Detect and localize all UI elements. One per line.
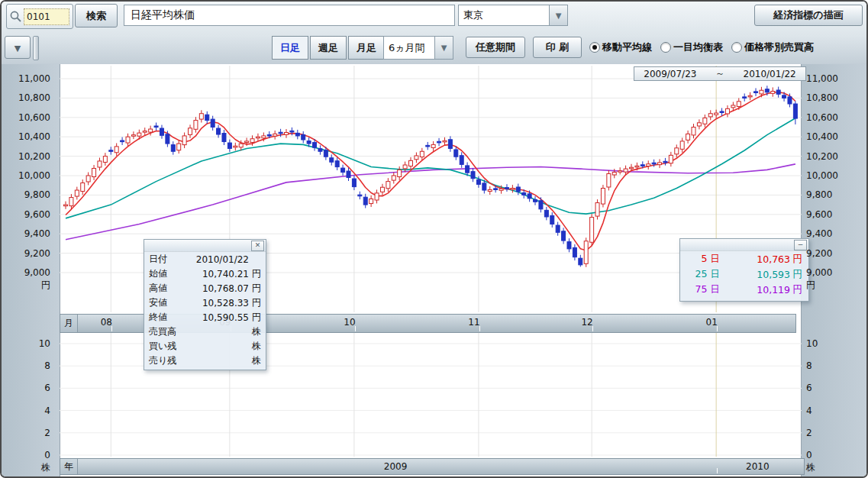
period-select-value: 6ヵ月間 (384, 41, 434, 55)
market-select-value: 東京 (459, 8, 549, 22)
radio-icon (660, 42, 671, 53)
chevron-down-icon[interactable]: ▼ (434, 37, 453, 59)
minimize-icon[interactable]: − (794, 240, 807, 250)
price-axis-unit: 円 (2, 279, 50, 290)
volume-tick-label: 10 (2, 338, 50, 349)
custom-period-button[interactable]: 任意期間 (466, 37, 525, 58)
tab-1[interactable]: 週足 (310, 36, 347, 60)
month-tick-mark (355, 326, 356, 331)
radio-label: 価格帯別売買高 (744, 40, 814, 54)
tooltip-row: 高値10,768.07円 (144, 281, 266, 296)
price-tick-label: 11,000 (806, 73, 852, 84)
price-tick-label: 11,000 (2, 73, 50, 84)
ma-legend-panel: − 5 日10,763円25 日10,593円75 日10,119円 (679, 238, 809, 302)
radio-label: 移動平均線 (602, 40, 652, 54)
price-tick-label: 10,200 (2, 151, 50, 162)
stock-chart-window: 検索 東京 ▼ 経済指標の描画 ▼ 日足週足月足 6ヵ月間 ▼ 任意期間 印 刷… (0, 0, 868, 478)
radio-0[interactable]: 移動平均線 (589, 40, 652, 54)
code-search-group (6, 4, 73, 29)
radio-icon (589, 42, 600, 53)
date-range-box: 2009/07/23 ～ 2010/01/22 (634, 66, 806, 81)
toolbar-grip (33, 36, 39, 60)
date-range-end: 2010/01/22 (744, 69, 796, 79)
month-tick-mark (111, 326, 112, 331)
volume-tick-label: 0 (2, 450, 50, 460)
search-icon (9, 10, 22, 23)
month-tick-mark (717, 326, 718, 331)
ohlc-tooltip-panel: ✕ 日付2010/01/22始値10,740.21円高値10,768.07円安値… (144, 239, 266, 370)
tab-0[interactable]: 日足 (272, 36, 308, 60)
month-axis-header: 月 (60, 315, 78, 332)
price-axis-unit: 円 (806, 279, 852, 290)
price-tick-label: 9,400 (806, 228, 852, 239)
tooltip-row: 買い残株 (144, 339, 266, 354)
volume-axis-unit: 株 (2, 462, 50, 473)
year-tick-label: 2010 (746, 461, 767, 472)
radio-1[interactable]: 一目均衡表 (660, 40, 723, 54)
price-tick-label: 9,000 (2, 267, 50, 278)
price-tick-label: 9,200 (806, 248, 852, 259)
toolbar: 検索 東京 ▼ 経済指標の描画 ▼ 日足週足月足 6ヵ月間 ▼ 任意期間 印 刷… (2, 2, 866, 65)
year-tick-label: 2009 (384, 461, 405, 472)
volume-tick-label: 8 (2, 360, 50, 371)
tooltip-row: 日付2010/01/22 (144, 252, 266, 266)
month-tick-label: 10 (339, 317, 360, 328)
tooltip-row: 売買高株 (144, 325, 266, 339)
price-tick-label: 10,600 (2, 112, 50, 123)
year-axis-bar: 年 20092010 (60, 458, 805, 475)
close-icon[interactable]: ✕ (251, 241, 264, 251)
price-tick-label: 10,400 (806, 131, 852, 142)
indicator-radio-group: 移動平均線一目均衡表価格帯別売買高 (589, 36, 814, 58)
price-tick-label: 10,800 (806, 92, 852, 103)
price-tick-label: 9,800 (2, 189, 50, 200)
print-button[interactable]: 印 刷 (533, 37, 582, 58)
month-tick-mark (592, 326, 593, 331)
month-tick-label: 11 (463, 317, 485, 328)
period-select[interactable]: 6ヵ月間 ▼ (383, 36, 453, 60)
legend-row: 75 日10,119円 (680, 282, 808, 297)
tooltip-row: 終値10,590.55円 (144, 310, 266, 325)
month-tick-label: 12 (576, 317, 598, 328)
code-input[interactable] (24, 8, 69, 25)
year-axis-header: 年 (60, 459, 78, 474)
draw-economic-indicator-button[interactable]: 経済指標の描画 (754, 5, 863, 26)
volume-axis-unit: 株 (806, 462, 852, 473)
tab-2[interactable]: 月足 (348, 36, 385, 60)
legend-row: 25 日10,593円 (680, 266, 808, 282)
volume-tick-label: 4 (806, 405, 852, 416)
tooltip-rows: 日付2010/01/22始値10,740.21円高値10,768.07円安値10… (144, 252, 266, 368)
price-tick-label: 10,000 (806, 170, 852, 181)
radio-2[interactable]: 価格帯別売買高 (731, 40, 814, 54)
price-tick-label: 9,400 (2, 228, 50, 239)
radio-icon (731, 42, 742, 53)
volume-tick-label: 2 (806, 428, 852, 438)
volume-tick-label: 4 (2, 405, 50, 416)
instrument-name-input[interactable] (124, 5, 455, 26)
legend-rows: 5 日10,763円25 日10,593円75 日10,119円 (680, 251, 808, 297)
month-tick-mark (479, 326, 480, 331)
search-button[interactable]: 検索 (75, 4, 118, 27)
price-tick-label: 10,400 (2, 131, 50, 142)
volume-tick-label: 10 (806, 338, 852, 349)
volume-tick-label: 6 (2, 383, 50, 393)
date-range-separator: ～ (715, 67, 724, 80)
date-range-start: 2009/07/23 (644, 69, 696, 79)
volume-tick-label: 8 (806, 360, 852, 371)
price-tick-label: 9,800 (806, 189, 852, 200)
price-tick-label: 9,000 (806, 267, 852, 278)
radio-label: 一目均衡表 (673, 40, 723, 54)
price-tick-label: 10,800 (2, 92, 50, 103)
market-select[interactable]: 東京 ▼ (458, 5, 568, 26)
chevron-down-icon[interactable]: ▼ (549, 5, 567, 25)
tooltip-row: 売り残株 (144, 354, 266, 368)
volume-tick-label: 0 (806, 450, 852, 460)
tooltip-row: 始値10,740.21円 (144, 266, 266, 281)
timeframe-tabs: 日足週足月足 (270, 36, 385, 60)
legend-row: 5 日10,763円 (680, 251, 808, 266)
price-tick-label: 9,600 (806, 209, 852, 220)
price-tick-label: 10,000 (2, 170, 50, 181)
year-boundary-tick (717, 468, 718, 473)
expand-panel-button[interactable]: ▼ (5, 36, 31, 59)
price-tick-label: 10,200 (806, 151, 852, 162)
price-tick-label: 9,200 (2, 248, 50, 259)
